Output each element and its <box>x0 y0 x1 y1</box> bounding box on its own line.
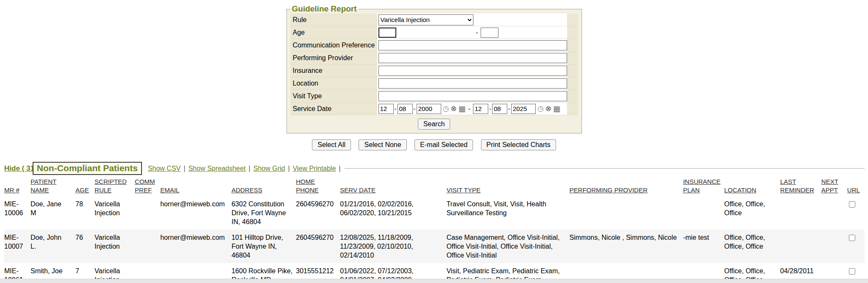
col-header-last-reminder[interactable]: LASTREMINDER <box>780 177 821 196</box>
col-header-comm-pref[interactable]: COMMPREF <box>135 177 160 196</box>
cell-address: 6302 Constitution Drive, Fort Wayne IN, … <box>231 196 296 230</box>
age-max-input[interactable] <box>481 28 498 38</box>
table-row: MIE-10006 Doe, Jane M 78 Varicella Injec… <box>4 196 865 230</box>
cell-email: horner@mieweb.com <box>160 196 231 230</box>
service-date-to-month-input[interactable] <box>473 104 488 114</box>
service-date-to-day-input[interactable] <box>492 104 507 114</box>
col-header-location[interactable]: LOCATION <box>724 177 780 196</box>
cell-visit-type: Travel Consult, Visit, Visit, Health Sur… <box>446 196 569 230</box>
age-range-dash: - <box>476 29 478 36</box>
cell-address: 101 Hilltop Drive, Fort Wayne IN, 46804 <box>231 230 296 263</box>
age-min-input[interactable] <box>378 28 396 38</box>
cell-last-reminder <box>780 196 821 230</box>
cell-comm-pref <box>135 230 160 263</box>
cell-age: 78 <box>75 196 95 230</box>
show-grid-link[interactable]: Show Grid <box>253 165 285 172</box>
visit-type-input[interactable] <box>378 91 567 101</box>
col-header-scripted-rule[interactable]: SCRIPTEDRULE <box>95 177 135 196</box>
print-selected-charts-button[interactable]: Print Selected Charts <box>481 139 556 150</box>
col-header-url[interactable]: URL <box>847 177 865 196</box>
service-date-label: Service Date <box>290 103 377 115</box>
link-separator: | <box>288 165 289 172</box>
clear-icon[interactable]: ⊗ <box>545 105 551 112</box>
col-header-next-appt[interactable]: NEXTAPPT <box>821 177 847 196</box>
link-separator: | <box>339 165 341 172</box>
cell-next-appt <box>821 230 847 263</box>
location-input[interactable] <box>378 78 567 89</box>
visit-type-row: Visit Type <box>290 90 578 103</box>
calendar-icon[interactable]: ▦ <box>553 105 560 113</box>
col-header-serv-date[interactable]: SERV DATE <box>340 177 446 196</box>
clock-icon[interactable]: ◷ <box>443 105 449 112</box>
col-header-performing-provider[interactable]: PERFORMING PROVIDER <box>570 177 683 196</box>
link-separator: | <box>249 165 250 172</box>
age-label: Age <box>290 26 377 39</box>
service-date-range-dash: - <box>468 105 470 113</box>
select-none-button[interactable]: Select None <box>359 139 406 150</box>
col-header-email[interactable]: EMAIL <box>160 177 231 196</box>
panel-title: Non-Compliant Patients <box>37 163 138 173</box>
date-dash: - <box>395 105 397 112</box>
table-header-row: MR # PATIENTNAME AGE SCRIPTEDRULE COMMPR… <box>4 177 865 196</box>
form-legend: Guideline Report <box>290 4 359 14</box>
performing-provider-row: Performing Provider <box>290 52 578 64</box>
communication-preference-row: Communication Preference <box>290 39 578 52</box>
date-dash: - <box>414 105 416 112</box>
service-date-to-year-input[interactable] <box>511 104 536 114</box>
clear-icon[interactable]: ⊗ <box>451 105 456 112</box>
cell-location: Office, Office, Office <box>724 196 780 230</box>
communication-preference-label: Communication Preference <box>290 39 377 51</box>
service-date-from-day-input[interactable] <box>398 104 413 114</box>
window-bottom-edge <box>0 279 868 283</box>
cell-mr-number: MIE-10007 <box>4 230 31 263</box>
cell-serv-date: 12/08/2025, 11/18/2009, 11/23/2009, 02/1… <box>340 230 446 263</box>
cell-email: horner@mieweb.com <box>160 230 231 263</box>
cell-insurance-plan <box>683 196 724 230</box>
calendar-icon[interactable]: ▦ <box>459 105 466 113</box>
search-button[interactable]: Search <box>418 119 451 130</box>
col-header-home-phone[interactable]: HOMEPHONE <box>296 177 340 196</box>
cell-performing-provider <box>570 196 683 230</box>
patients-table: MR # PATIENTNAME AGE SCRIPTEDRULE COMMPR… <box>4 177 865 283</box>
select-patient-checkbox[interactable] <box>849 235 855 241</box>
panel-title-box: Non-Compliant Patients <box>33 162 142 175</box>
col-header-address[interactable]: ADDRESS <box>231 177 296 196</box>
col-header-mr-number[interactable]: MR # <box>4 177 31 196</box>
date-dash: - <box>508 105 510 112</box>
insurance-label: Insurance <box>290 64 377 77</box>
performing-provider-input[interactable] <box>378 53 567 63</box>
cell-location: Office, Office, Office, Office <box>724 230 780 263</box>
rule-row: Rule Varicella Injection <box>290 14 578 26</box>
cell-home-phone: 2604596270 <box>296 196 340 230</box>
service-date-to: - - ◷ ⊗ ▦ <box>473 104 560 114</box>
insurance-input[interactable] <box>378 66 567 76</box>
show-spreadsheet-link[interactable]: Show Spreadsheet <box>188 165 245 172</box>
cell-scripted-rule: Varicella Injection <box>95 196 135 230</box>
actions-bar: Select All Select None E-mail Selected P… <box>0 139 868 150</box>
select-all-button[interactable]: Select All <box>312 139 351 150</box>
select-patient-checkbox[interactable] <box>849 268 855 275</box>
select-patient-checkbox[interactable] <box>849 201 855 208</box>
panel-border-line <box>345 168 865 169</box>
communication-preference-input[interactable] <box>378 40 567 50</box>
service-date-from-year-input[interactable] <box>417 104 441 114</box>
view-printable-link[interactable]: View Printable <box>293 165 336 172</box>
hide-link[interactable]: Hide ( 31 <box>4 164 34 173</box>
show-csv-link[interactable]: Show CSV <box>148 165 181 172</box>
cell-visit-type: Case Management, Office Visit-Initial, O… <box>446 230 569 263</box>
location-label: Location <box>290 77 377 89</box>
cell-age: 76 <box>75 230 95 263</box>
performing-provider-label: Performing Provider <box>290 52 377 64</box>
cell-comm-pref <box>135 196 160 230</box>
email-selected-button[interactable]: E-mail Selected <box>415 139 473 150</box>
col-header-visit-type[interactable]: VISIT TYPE <box>446 177 569 196</box>
clock-icon[interactable]: ◷ <box>537 105 544 112</box>
visit-type-label: Visit Type <box>290 90 377 102</box>
col-header-age[interactable]: AGE <box>75 177 95 196</box>
rule-select[interactable]: Varicella Injection <box>378 14 473 25</box>
patients-panel-header: Hide ( 31 Non-Compliant Patients Show CS… <box>4 162 865 175</box>
col-header-patient-name[interactable]: PATIENTNAME <box>31 177 75 196</box>
cell-scripted-rule: Varicella Injection <box>95 230 135 263</box>
service-date-from-month-input[interactable] <box>378 104 394 114</box>
col-header-insurance-plan[interactable]: INSURANCEPLAN <box>683 177 724 196</box>
